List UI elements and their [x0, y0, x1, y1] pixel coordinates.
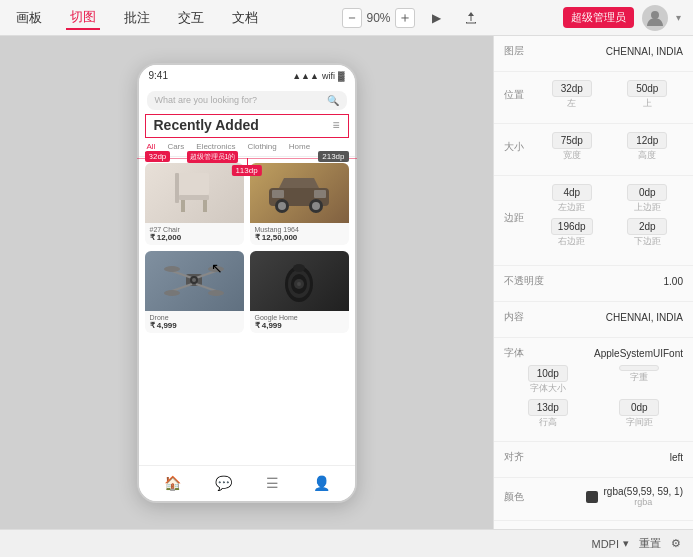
top-bar: 画板 切图 批注 交互 文档 － 90% ＋ ▶ 超级管理员 ▾	[0, 0, 693, 36]
tab-wendang[interactable]: 文档	[228, 7, 262, 29]
tab-huaban[interactable]: 画板	[12, 7, 46, 29]
recently-added-title: Recently Added	[154, 117, 259, 133]
product-name-drone: Drone	[150, 314, 239, 321]
battery-icon: ▓	[338, 71, 345, 81]
font-size-value: 10dp	[528, 365, 568, 382]
layer-section: 图层 CHENNAI, INDIA	[494, 36, 693, 72]
mdpi-chevron-icon: ▾	[623, 537, 629, 550]
cat-clothing[interactable]: Clothing	[245, 141, 278, 153]
pos-y-value: 50dp	[627, 80, 667, 97]
product-card-speaker[interactable]: Google Home ₹ 4,999	[250, 251, 349, 333]
svg-rect-4	[203, 200, 207, 212]
menu-tabs: 画板 切图 批注 交互 文档	[12, 6, 262, 30]
margin-right2-label: 右边距	[558, 235, 585, 248]
product-info-speaker: Google Home ₹ 4,999	[250, 311, 349, 333]
dot-right	[344, 155, 349, 160]
svg-line-17	[196, 284, 216, 291]
cat-home[interactable]: Home	[287, 141, 312, 153]
zoom-out-button[interactable]: －	[342, 8, 362, 28]
product-name-speaker: Google Home	[255, 314, 344, 321]
settings-button[interactable]: ⚙	[671, 537, 681, 550]
margin-top-row: 4dp 左边距 0dp 上边距	[536, 184, 683, 214]
nav-home-icon[interactable]: 🏠	[164, 475, 181, 491]
font-weight-label: 字重	[630, 371, 648, 384]
margin-bottom-row: 196dp 右边距 2dp 下边距	[536, 218, 683, 248]
product-price-chair: ₹ 12,000	[150, 233, 239, 242]
nav-menu-icon[interactable]: ☰	[266, 475, 279, 491]
font-label: 字体	[504, 346, 532, 360]
product-price-car: ₹ 12,50,000	[255, 233, 344, 242]
tab-pizhu[interactable]: 批注	[120, 7, 154, 29]
nav-chat-icon[interactable]: 💬	[215, 475, 232, 491]
mdpi-label: MDPI	[592, 538, 620, 550]
margin-label-row: 边距 4dp 左边距 0dp 上边距 196d	[504, 184, 683, 252]
bottom-bar: MDPI ▾ 重置 ⚙	[0, 529, 693, 557]
right-panel: 图层 CHENNAI, INDIA 位置 32dp 左 50dp 上	[493, 36, 693, 529]
zoom-in-button[interactable]: ＋	[395, 8, 415, 28]
product-price-drone: ₹ 4,999	[150, 321, 239, 330]
status-time: 9:41	[149, 70, 168, 81]
svg-point-29	[293, 264, 305, 272]
svg-rect-5	[175, 173, 179, 203]
tab-qietu[interactable]: 切图	[66, 6, 100, 30]
size-section: 大小 75dp 宽度 12dp 高度	[494, 124, 693, 176]
margin-bottom-group: 2dp 下边距	[612, 218, 684, 248]
svg-point-18	[164, 266, 180, 272]
product-image-car	[250, 163, 349, 223]
svg-point-0	[651, 11, 659, 19]
recently-added-section: Recently Added ≡	[145, 114, 349, 138]
opacity-label: 不透明度	[504, 274, 544, 288]
line-metrics: 13dp 行高 0dp 字间距	[504, 399, 683, 429]
font-weight-group: 字重	[596, 365, 684, 395]
annotation-extra: 超级管理员1的	[187, 151, 239, 163]
product-name-car: Mustang 1964	[255, 226, 344, 233]
size-values: 75dp 宽度 12dp 高度	[536, 132, 683, 162]
settings-icon: ⚙	[671, 537, 681, 550]
layer-row: 图层 CHENNAI, INDIA	[504, 44, 683, 58]
pos-y-group: 50dp 上	[612, 80, 684, 110]
toolbar-right: 超级管理员 ▾	[563, 5, 681, 31]
content-value: CHENNAI, INDIA	[606, 312, 683, 323]
product-image-speaker	[250, 251, 349, 311]
mdpi-selector[interactable]: MDPI ▾	[592, 537, 630, 550]
avatar[interactable]	[642, 5, 668, 31]
canvas-area[interactable]: 32dp 超级管理员1的 213dp 113dp 9:41 ▲▲▲ wifi	[0, 36, 493, 529]
filter-icon[interactable]: ≡	[332, 118, 339, 132]
search-bar[interactable]: What are you looking for? 🔍	[147, 91, 347, 110]
content-section: 内容 CHENNAI, INDIA	[494, 302, 693, 338]
margin-values: 4dp 左边距 0dp 上边距 196dp 右边距	[536, 184, 683, 252]
margin-right-value: 0dp	[627, 184, 667, 201]
nav-profile-icon[interactable]: 👤	[313, 475, 330, 491]
product-card-drone[interactable]: Drone ₹ 4,999	[145, 251, 244, 333]
search-placeholder: What are you looking for?	[155, 95, 323, 105]
font-size-label: 字体大小	[530, 382, 566, 395]
margin-bottom-label: 下边距	[634, 235, 661, 248]
size-w-group: 75dp 宽度	[536, 132, 608, 162]
font-name-row: 字体 AppleSystemUIFont	[504, 346, 683, 360]
reset-label: 重置	[639, 536, 661, 551]
reset-button[interactable]: 重置	[639, 536, 661, 551]
product-card-car[interactable]: Mustang 1964 ₹ 12,50,000	[250, 163, 349, 245]
pos-values: 32dp 左 50dp 上	[536, 80, 683, 110]
svg-line-16	[172, 284, 192, 291]
opacity-row: 不透明度 1.00	[504, 274, 683, 288]
zoom-value: 90%	[366, 11, 390, 25]
toolbar-center: － 90% ＋ ▶	[342, 6, 482, 30]
play-button[interactable]: ▶	[425, 6, 449, 30]
margin-bottom-value: 2dp	[627, 218, 667, 235]
signal-icon: ▲▲▲	[292, 71, 319, 81]
zoom-control: － 90% ＋	[342, 8, 414, 28]
tab-jiaohu[interactable]: 交互	[174, 7, 208, 29]
pos-x-value: 32dp	[552, 80, 592, 97]
svg-rect-1	[179, 173, 209, 195]
height-label: 高度	[638, 149, 656, 162]
product-info-chair: #27 Chair ₹ 12,000	[145, 223, 244, 245]
layer-label: 图层	[504, 44, 532, 58]
product-card-chair[interactable]: #27 Chair ₹ 12,000	[145, 163, 244, 245]
product-name-chair: #27 Chair	[150, 226, 239, 233]
search-icon: 🔍	[327, 95, 339, 106]
width-label: 宽度	[563, 149, 581, 162]
margin-section: 边距 4dp 左边距 0dp 上边距 196d	[494, 176, 693, 266]
upload-button[interactable]	[459, 6, 483, 30]
size-h-value: 12dp	[627, 132, 667, 149]
